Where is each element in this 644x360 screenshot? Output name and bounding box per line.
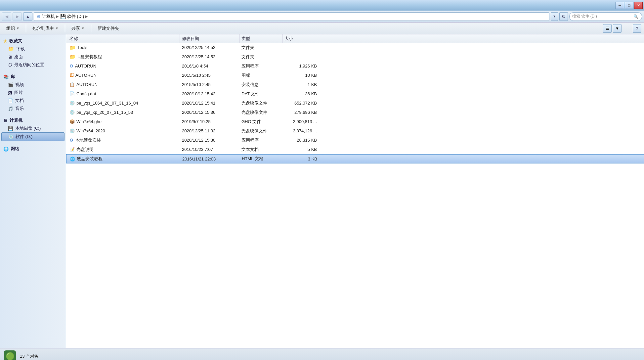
view-dropdown-button[interactable]: ▼ [613,24,622,33]
download-label: 下载 [16,46,25,52]
search-button[interactable]: 🔍 [632,13,639,20]
help-button[interactable]: ? [633,24,641,33]
table-row[interactable]: 📋 AUTORUN 2015/5/10 2:45 安装信息 1 KB [66,80,644,89]
file-name-cell: 💿 pe_yqs_1064_20_07_31_16_04 [67,101,180,106]
col-header-size[interactable]: 大小 [282,34,319,43]
share-button[interactable]: 共享 ▼ [68,24,88,33]
file-icon: 🌐 [70,157,75,161]
table-row[interactable]: 💿 Win7x64_2020 2020/12/25 11:32 光盘映像文件 3… [66,126,644,136]
file-size: 28,315 KB [297,138,317,143]
table-row[interactable]: 💿 pe_yqs_xp_20_07_31_15_53 2020/10/12 15… [66,108,644,117]
file-name-cell: ⚙ AUTORUN [67,64,180,68]
file-size-cell: 5 KB [282,147,319,152]
view-icon: ☰ [606,26,609,31]
file-modified-cell: 2020/12/25 14:52 [180,54,239,59]
table-row[interactable]: 💿 pe_yqs_1064_20_07_31_16_04 2020/10/12 … [66,99,644,108]
file-size: 652,072 KB [294,101,317,106]
file-name: Config.dat [76,91,96,96]
file-modified-cell: 2020/12/25 14:52 [180,45,239,50]
file-type-cell: 文本文档 [239,147,282,153]
col-header-modified[interactable]: 修改日期 [180,34,239,43]
file-size: 3 KB [308,157,317,161]
file-type-cell: 安装信息 [239,82,282,88]
drive-c-icon: 💾 [8,126,13,131]
refresh-button[interactable]: ↻ [559,12,568,21]
sidebar-item-soft-d[interactable]: 💿 软件 (D:) [1,132,64,141]
new-folder-button[interactable]: 新建文件夹 [94,24,123,33]
search-bar: 搜索 软件 (D:) 🔍 [569,12,642,21]
breadcrumb-computer: 计算机 [42,14,55,20]
sidebar-item-video[interactable]: 🎬 视频 [1,81,64,89]
file-name: 光盘说明 [76,147,94,153]
file-size: 36 KB [305,91,317,96]
sidebar-item-local-c[interactable]: 💾 本地磁盘 (C:) [1,124,64,132]
include-button[interactable]: 包含到库中 ▼ [29,24,62,33]
forward-button[interactable]: ▶ [13,12,22,21]
sidebar-item-music[interactable]: 🎵 音乐 [1,105,64,112]
table-row[interactable]: 📝 光盘说明 2016/10/23 7:07 文本文档 5 KB [66,145,644,154]
file-modified-cell: 2015/5/10 2:45 [180,82,239,87]
file-icon: 💿 [69,110,75,115]
file-name: pe_yqs_xp_20_07_31_15_53 [76,110,133,115]
file-type-cell: HTML 文档 [240,156,283,162]
sidebar-favorites-header[interactable]: ★ 收藏夹 [1,37,64,45]
file-type-cell: 光盘映像文件 [239,100,282,106]
file-type: 光盘映像文件 [241,128,267,134]
sidebar-library-header[interactable]: 📚 库 [1,73,64,81]
new-folder-label: 新建文件夹 [98,25,119,31]
table-row[interactable]: 🌐 硬盘安装教程 2016/11/21 22:03 HTML 文档 3 KB [66,154,644,163]
table-row[interactable]: 📁 Tools 2020/12/25 14:52 文件夹 [66,43,644,52]
table-row[interactable]: ⚙ AUTORUN 2016/1/8 4:54 应用程序 1,926 KB [66,62,644,71]
file-size: 2,900,813 ... [293,119,317,124]
file-icon: 📄 [69,91,75,96]
file-name: Tools [77,45,87,50]
sidebar-computer-header[interactable]: 🖥 计算机 [1,116,64,124]
table-row[interactable]: 📦 Win7x64.gho 2019/9/7 19:25 GHO 文件 2,90… [66,117,644,126]
table-row[interactable]: 🖼 AUTORUN 2015/5/10 2:45 图标 10 KB [66,71,644,80]
file-size-cell: 279,696 KB [282,110,319,115]
address-dropdown-button[interactable]: ▼ [551,12,558,21]
file-modified: 2020/10/12 15:30 [182,138,215,143]
table-row[interactable]: ⚙ 本地硬盘安装 2020/10/12 15:30 应用程序 28,315 KB [66,136,644,145]
sidebar-item-desktop[interactable]: 🖥 桌面 [1,53,64,61]
toolbar: 组织 ▼ 包含到库中 ▼ 共享 ▼ 新建文件夹 ☰ ▼ ? [0,22,644,34]
sidebar-favorites-section: ★ 收藏夹 📁 下载 🖥 桌面 ⏱ 最近访问的位置 [1,37,64,69]
local-c-label: 本地磁盘 (C:) [15,125,41,131]
sidebar-item-recent[interactable]: ⏱ 最近访问的位置 [1,61,64,69]
file-type-cell: 光盘映像文件 [239,128,282,134]
close-button[interactable]: ✕ [634,2,643,9]
organize-button[interactable]: 组织 ▼ [3,24,23,33]
search-placeholder: 搜索 软件 (D:) [572,14,631,19]
table-row[interactable]: 📄 Config.dat 2020/10/12 15:42 DAT 文件 36 … [66,89,644,99]
video-label: 视频 [15,82,24,88]
preview-button[interactable] [623,24,631,33]
computer-label: 计算机 [10,117,22,123]
file-modified-cell: 2020/12/25 11:32 [180,128,239,133]
file-name: AUTORUN [75,73,97,78]
sidebar-item-download[interactable]: 📁 下载 [1,45,64,53]
col-header-name[interactable]: 名称 [67,34,180,43]
minimize-button[interactable]: ─ [616,2,624,9]
file-name: U盘安装教程 [77,54,102,60]
drive-d-icon: 💿 [8,134,14,139]
sidebar-item-picture[interactable]: 🖼 图片 [1,89,64,97]
file-icon: 📝 [69,147,75,152]
file-size-cell: 652,072 KB [282,101,319,106]
file-type-cell: 光盘映像文件 [239,110,282,115]
up-button[interactable]: ▲ [23,12,32,21]
back-button[interactable]: ◀ [2,12,11,21]
breadcrumb[interactable]: 🖥 计算机 ▶ 💾 软件 (D:) ▶ [34,12,549,21]
maximize-button[interactable]: □ [625,2,633,9]
view-button[interactable]: ☰ [603,24,612,33]
file-modified: 2015/5/10 2:45 [182,82,211,87]
dropdown-icon: ▼ [553,15,556,18]
col-header-type[interactable]: 类型 [239,34,282,43]
column-headers: 名称 修改日期 类型 大小 [66,34,644,43]
table-row[interactable]: 📁 U盘安装教程 2020/12/25 14:52 文件夹 [66,52,644,62]
sidebar-network-header[interactable]: 🌐 网络 [1,145,64,153]
file-type-cell: GHO 文件 [239,119,282,125]
sidebar-item-doc[interactable]: 📄 文档 [1,97,64,105]
file-size: 3,874,126 ... [293,128,317,133]
sidebar-library-section: 📚 库 🎬 视频 🖼 图片 📄 文档 🎵 音乐 [1,73,64,112]
file-size-cell: 2,900,813 ... [282,119,319,124]
